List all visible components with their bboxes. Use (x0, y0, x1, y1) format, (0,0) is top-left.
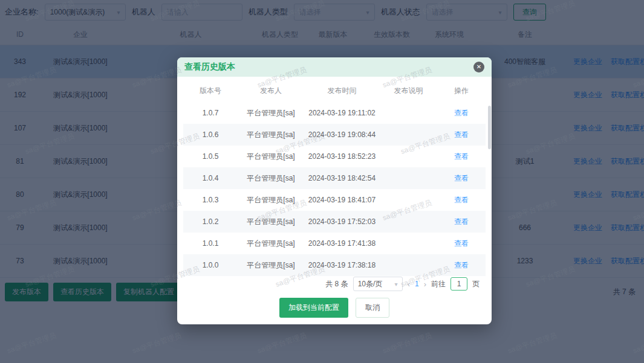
caret-down-icon: ▾ (395, 281, 398, 288)
cell-version: 1.0.6 (183, 130, 238, 139)
col-operation: 操作 (437, 86, 486, 96)
cell-publish-time: 2024-03-19 17:52:03 (304, 217, 380, 226)
cell-publish-time: 2024-03-19 19:11:02 (304, 109, 380, 117)
cell-publisher: 平台管理员[sa] (238, 195, 304, 205)
cell-publisher: 平台管理员[sa] (238, 239, 304, 249)
pagination-total: 共 8 条 (325, 279, 348, 289)
view-version-link[interactable]: 查看 (437, 108, 486, 118)
version-row: 1.0.3 平台管理员[sa] 2024-03-19 18:41:07 查看 (183, 189, 486, 211)
prev-page-icon[interactable]: ‹ (408, 280, 410, 289)
cell-publisher: 平台管理员[sa] (238, 217, 304, 227)
cell-version: 1.0.7 (183, 109, 238, 117)
cell-publish-time: 2024-03-19 18:42:54 (304, 174, 380, 182)
view-version-link[interactable]: 查看 (437, 260, 486, 271)
goto-page-input[interactable] (450, 277, 467, 291)
version-row: 1.0.7 平台管理员[sa] 2024-03-19 19:11:02 查看 (183, 102, 486, 124)
modal-title: 查看历史版本 (184, 62, 473, 72)
modal-footer: 加载到当前配置 取消 (177, 292, 492, 326)
goto-suffix: 页 (472, 279, 480, 289)
cell-version: 1.0.2 (183, 217, 238, 226)
version-row: 1.0.1 平台管理员[sa] 2024-03-19 17:41:38 查看 (183, 233, 486, 254)
modal-body: 版本号 发布人 发布时间 发布说明 操作 1.0.7 平台管理员[sa] 202… (177, 77, 492, 292)
cell-publish-time: 2024-03-19 19:08:44 (304, 130, 380, 139)
cell-publisher: 平台管理员[sa] (238, 130, 304, 140)
pagination: 共 8 条 10条/页 ▾ ‹ 1 › 前往 页 (183, 276, 486, 292)
cell-publish-time: 2024-03-19 18:41:07 (304, 196, 380, 204)
col-publish-note: 发布说明 (380, 86, 437, 96)
goto-label: 前往 (431, 279, 446, 289)
view-version-link[interactable]: 查看 (437, 239, 486, 249)
cell-version: 1.0.4 (183, 174, 238, 182)
cell-publish-time: 2024-03-19 17:38:18 (304, 261, 380, 269)
cell-publisher: 平台管理员[sa] (238, 152, 304, 162)
cell-version: 1.0.0 (183, 261, 238, 269)
col-publisher: 发布人 (238, 86, 304, 96)
version-row: 1.0.4 平台管理员[sa] 2024-03-19 18:42:54 查看 (183, 167, 486, 189)
cancel-button[interactable]: 取消 (356, 298, 389, 318)
col-version: 版本号 (183, 86, 238, 96)
page-size-value: 10条/页 (358, 279, 383, 289)
view-version-link[interactable]: 查看 (437, 152, 486, 162)
version-row: 1.0.0 平台管理员[sa] 2024-03-19 17:38:18 查看 (183, 254, 486, 276)
close-icon[interactable]: ✕ (473, 62, 484, 72)
version-row: 1.0.6 平台管理员[sa] 2024-03-19 19:08:44 查看 (183, 124, 486, 146)
view-version-link[interactable]: 查看 (437, 173, 486, 184)
cell-version: 1.0.5 (183, 152, 238, 161)
cell-publisher: 平台管理员[sa] (238, 108, 304, 118)
cell-publish-time: 2024-03-19 18:52:23 (304, 152, 380, 161)
view-version-link[interactable]: 查看 (437, 195, 486, 205)
version-table-header: 版本号 发布人 发布时间 发布说明 操作 (183, 79, 486, 102)
cell-publish-time: 2024-03-19 17:41:38 (304, 239, 380, 248)
col-publish-time: 发布时间 (304, 86, 380, 96)
load-to-current-config-button[interactable]: 加载到当前配置 (279, 298, 348, 318)
version-row: 1.0.2 平台管理员[sa] 2024-03-19 17:52:03 查看 (183, 211, 486, 233)
cell-publisher: 平台管理员[sa] (238, 173, 304, 184)
page-number[interactable]: 1 (415, 280, 419, 288)
page-size-select[interactable]: 10条/页 ▾ (353, 277, 403, 291)
next-page-icon[interactable]: › (424, 280, 426, 289)
version-row: 1.0.5 平台管理员[sa] 2024-03-19 18:52:23 查看 (183, 146, 486, 167)
cell-version: 1.0.1 (183, 239, 238, 248)
scrollbar-thumb[interactable] (488, 106, 491, 149)
history-version-modal: 查看历史版本 ✕ 版本号 发布人 发布时间 发布说明 操作 1.0.7 平台管理… (177, 57, 492, 324)
view-version-link[interactable]: 查看 (437, 217, 486, 227)
cell-version: 1.0.3 (183, 196, 238, 204)
modal-header: 查看历史版本 ✕ (177, 57, 492, 77)
version-table-body: 1.0.7 平台管理员[sa] 2024-03-19 19:11:02 查看 1… (183, 102, 486, 276)
view-version-link[interactable]: 查看 (437, 130, 486, 140)
cell-publisher: 平台管理员[sa] (238, 260, 304, 271)
